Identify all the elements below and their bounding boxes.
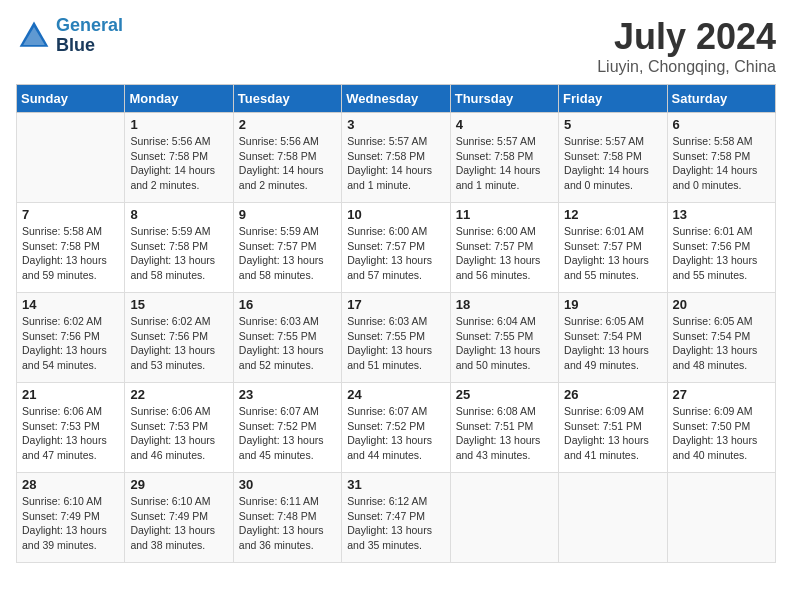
day-info: Sunrise: 6:05 AM Sunset: 7:54 PM Dayligh…	[564, 314, 661, 373]
day-number: 25	[456, 387, 553, 402]
week-row-1: 1Sunrise: 5:56 AM Sunset: 7:58 PM Daylig…	[17, 113, 776, 203]
day-number: 12	[564, 207, 661, 222]
week-row-3: 14Sunrise: 6:02 AM Sunset: 7:56 PM Dayli…	[17, 293, 776, 383]
day-info: Sunrise: 6:02 AM Sunset: 7:56 PM Dayligh…	[22, 314, 119, 373]
day-number: 18	[456, 297, 553, 312]
day-cell: 5Sunrise: 5:57 AM Sunset: 7:58 PM Daylig…	[559, 113, 667, 203]
day-cell: 25Sunrise: 6:08 AM Sunset: 7:51 PM Dayli…	[450, 383, 558, 473]
day-info: Sunrise: 6:07 AM Sunset: 7:52 PM Dayligh…	[347, 404, 444, 463]
day-info: Sunrise: 5:57 AM Sunset: 7:58 PM Dayligh…	[456, 134, 553, 193]
day-cell: 16Sunrise: 6:03 AM Sunset: 7:55 PM Dayli…	[233, 293, 341, 383]
day-cell	[17, 113, 125, 203]
day-cell: 8Sunrise: 5:59 AM Sunset: 7:58 PM Daylig…	[125, 203, 233, 293]
day-info: Sunrise: 6:06 AM Sunset: 7:53 PM Dayligh…	[130, 404, 227, 463]
day-number: 17	[347, 297, 444, 312]
day-cell: 28Sunrise: 6:10 AM Sunset: 7:49 PM Dayli…	[17, 473, 125, 563]
day-info: Sunrise: 6:03 AM Sunset: 7:55 PM Dayligh…	[347, 314, 444, 373]
column-header-friday: Friday	[559, 85, 667, 113]
day-info: Sunrise: 5:59 AM Sunset: 7:57 PM Dayligh…	[239, 224, 336, 283]
column-header-saturday: Saturday	[667, 85, 775, 113]
day-cell: 20Sunrise: 6:05 AM Sunset: 7:54 PM Dayli…	[667, 293, 775, 383]
day-cell: 3Sunrise: 5:57 AM Sunset: 7:58 PM Daylig…	[342, 113, 450, 203]
column-header-monday: Monday	[125, 85, 233, 113]
day-number: 16	[239, 297, 336, 312]
page-header: General Blue July 2024 Liuyin, Chongqing…	[16, 16, 776, 76]
column-header-thursday: Thursday	[450, 85, 558, 113]
day-number: 8	[130, 207, 227, 222]
day-info: Sunrise: 6:06 AM Sunset: 7:53 PM Dayligh…	[22, 404, 119, 463]
day-info: Sunrise: 6:12 AM Sunset: 7:47 PM Dayligh…	[347, 494, 444, 553]
day-cell: 11Sunrise: 6:00 AM Sunset: 7:57 PM Dayli…	[450, 203, 558, 293]
day-cell: 1Sunrise: 5:56 AM Sunset: 7:58 PM Daylig…	[125, 113, 233, 203]
column-header-sunday: Sunday	[17, 85, 125, 113]
day-number: 4	[456, 117, 553, 132]
day-info: Sunrise: 6:07 AM Sunset: 7:52 PM Dayligh…	[239, 404, 336, 463]
day-info: Sunrise: 6:03 AM Sunset: 7:55 PM Dayligh…	[239, 314, 336, 373]
calendar-table: SundayMondayTuesdayWednesdayThursdayFrid…	[16, 84, 776, 563]
day-cell: 26Sunrise: 6:09 AM Sunset: 7:51 PM Dayli…	[559, 383, 667, 473]
day-number: 7	[22, 207, 119, 222]
day-info: Sunrise: 5:58 AM Sunset: 7:58 PM Dayligh…	[673, 134, 770, 193]
day-info: Sunrise: 6:10 AM Sunset: 7:49 PM Dayligh…	[130, 494, 227, 553]
column-header-tuesday: Tuesday	[233, 85, 341, 113]
day-info: Sunrise: 5:59 AM Sunset: 7:58 PM Dayligh…	[130, 224, 227, 283]
day-cell: 9Sunrise: 5:59 AM Sunset: 7:57 PM Daylig…	[233, 203, 341, 293]
day-cell	[667, 473, 775, 563]
day-number: 13	[673, 207, 770, 222]
day-number: 31	[347, 477, 444, 492]
day-cell: 14Sunrise: 6:02 AM Sunset: 7:56 PM Dayli…	[17, 293, 125, 383]
day-number: 20	[673, 297, 770, 312]
day-info: Sunrise: 5:57 AM Sunset: 7:58 PM Dayligh…	[347, 134, 444, 193]
day-number: 29	[130, 477, 227, 492]
day-cell	[450, 473, 558, 563]
day-info: Sunrise: 6:08 AM Sunset: 7:51 PM Dayligh…	[456, 404, 553, 463]
day-number: 30	[239, 477, 336, 492]
day-number: 2	[239, 117, 336, 132]
day-info: Sunrise: 6:11 AM Sunset: 7:48 PM Dayligh…	[239, 494, 336, 553]
day-info: Sunrise: 6:04 AM Sunset: 7:55 PM Dayligh…	[456, 314, 553, 373]
week-row-5: 28Sunrise: 6:10 AM Sunset: 7:49 PM Dayli…	[17, 473, 776, 563]
day-info: Sunrise: 6:10 AM Sunset: 7:49 PM Dayligh…	[22, 494, 119, 553]
day-number: 24	[347, 387, 444, 402]
day-cell: 12Sunrise: 6:01 AM Sunset: 7:57 PM Dayli…	[559, 203, 667, 293]
day-number: 22	[130, 387, 227, 402]
day-cell: 21Sunrise: 6:06 AM Sunset: 7:53 PM Dayli…	[17, 383, 125, 473]
day-cell: 15Sunrise: 6:02 AM Sunset: 7:56 PM Dayli…	[125, 293, 233, 383]
day-cell: 19Sunrise: 6:05 AM Sunset: 7:54 PM Dayli…	[559, 293, 667, 383]
day-cell: 6Sunrise: 5:58 AM Sunset: 7:58 PM Daylig…	[667, 113, 775, 203]
logo-text: General Blue	[56, 16, 123, 56]
day-number: 11	[456, 207, 553, 222]
day-number: 21	[22, 387, 119, 402]
day-number: 14	[22, 297, 119, 312]
day-info: Sunrise: 5:58 AM Sunset: 7:58 PM Dayligh…	[22, 224, 119, 283]
day-number: 19	[564, 297, 661, 312]
day-number: 3	[347, 117, 444, 132]
day-info: Sunrise: 6:09 AM Sunset: 7:51 PM Dayligh…	[564, 404, 661, 463]
day-info: Sunrise: 5:56 AM Sunset: 7:58 PM Dayligh…	[130, 134, 227, 193]
day-info: Sunrise: 6:01 AM Sunset: 7:57 PM Dayligh…	[564, 224, 661, 283]
day-number: 1	[130, 117, 227, 132]
subtitle: Liuyin, Chongqing, China	[597, 58, 776, 76]
day-info: Sunrise: 6:05 AM Sunset: 7:54 PM Dayligh…	[673, 314, 770, 373]
day-number: 5	[564, 117, 661, 132]
day-cell: 10Sunrise: 6:00 AM Sunset: 7:57 PM Dayli…	[342, 203, 450, 293]
day-cell: 2Sunrise: 5:56 AM Sunset: 7:58 PM Daylig…	[233, 113, 341, 203]
day-info: Sunrise: 6:01 AM Sunset: 7:56 PM Dayligh…	[673, 224, 770, 283]
day-number: 6	[673, 117, 770, 132]
day-cell: 7Sunrise: 5:58 AM Sunset: 7:58 PM Daylig…	[17, 203, 125, 293]
day-cell: 18Sunrise: 6:04 AM Sunset: 7:55 PM Dayli…	[450, 293, 558, 383]
day-cell: 24Sunrise: 6:07 AM Sunset: 7:52 PM Dayli…	[342, 383, 450, 473]
week-row-4: 21Sunrise: 6:06 AM Sunset: 7:53 PM Dayli…	[17, 383, 776, 473]
day-info: Sunrise: 5:57 AM Sunset: 7:58 PM Dayligh…	[564, 134, 661, 193]
day-info: Sunrise: 6:02 AM Sunset: 7:56 PM Dayligh…	[130, 314, 227, 373]
day-cell: 31Sunrise: 6:12 AM Sunset: 7:47 PM Dayli…	[342, 473, 450, 563]
day-number: 27	[673, 387, 770, 402]
day-number: 9	[239, 207, 336, 222]
day-cell: 22Sunrise: 6:06 AM Sunset: 7:53 PM Dayli…	[125, 383, 233, 473]
day-number: 15	[130, 297, 227, 312]
day-cell: 13Sunrise: 6:01 AM Sunset: 7:56 PM Dayli…	[667, 203, 775, 293]
logo: General Blue	[16, 16, 123, 56]
day-info: Sunrise: 6:00 AM Sunset: 7:57 PM Dayligh…	[456, 224, 553, 283]
calendar-body: 1Sunrise: 5:56 AM Sunset: 7:58 PM Daylig…	[17, 113, 776, 563]
day-info: Sunrise: 6:00 AM Sunset: 7:57 PM Dayligh…	[347, 224, 444, 283]
